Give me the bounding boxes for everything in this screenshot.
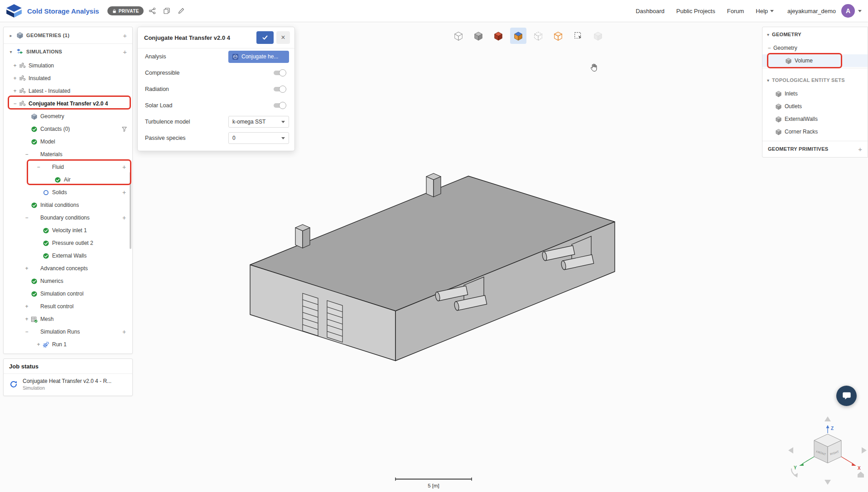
warehouse-model[interactable] xyxy=(250,176,615,361)
pan-right-arrow[interactable] xyxy=(862,447,867,454)
render-mode-translucent-button[interactable] xyxy=(450,28,467,44)
tree-item-numerics[interactable]: Numerics xyxy=(4,275,132,287)
avatar[interactable]: A xyxy=(841,4,855,18)
tree-item-simulation-control[interactable]: Simulation control xyxy=(4,287,132,300)
orientation-cube-front[interactable] xyxy=(814,440,828,463)
nav-forum[interactable]: Forum xyxy=(727,8,744,14)
add-button[interactable]: + xyxy=(121,163,128,171)
tree-item-advanced-concepts[interactable]: +Advanced concepts xyxy=(4,262,132,275)
nav-help[interactable]: Help xyxy=(756,8,774,14)
chevron-down-icon[interactable]: ▾ xyxy=(767,78,769,83)
tree-item-external-walls[interactable]: External Walls xyxy=(4,249,132,262)
render-mode-wireframe-button[interactable] xyxy=(530,28,546,44)
pan-left-arrow[interactable] xyxy=(788,447,793,454)
expander-plus-icon[interactable]: + xyxy=(23,316,31,322)
rename-button[interactable] xyxy=(176,5,187,16)
toggle-knob[interactable] xyxy=(279,102,286,109)
expander-minus-icon[interactable]: − xyxy=(34,164,43,170)
filter-icon[interactable] xyxy=(121,126,128,133)
box-select-button[interactable] xyxy=(570,28,586,44)
tree-item-run-1[interactable]: +Run 1 xyxy=(4,338,132,351)
hide-selection-button[interactable] xyxy=(590,28,606,44)
duplicate-button[interactable] xyxy=(162,5,173,16)
tree-item-simulation[interactable]: +Simulation xyxy=(4,59,132,72)
tree-item-volume[interactable]: Volume xyxy=(762,54,868,67)
expander-plus-icon[interactable]: + xyxy=(11,75,19,81)
tree-item-model[interactable]: Model xyxy=(4,135,132,148)
rotate-arrow[interactable] xyxy=(791,468,796,476)
tree-item-externalwalls[interactable]: ExternalWalls xyxy=(762,113,868,125)
geometry-section-header[interactable]: ▾ GEOMETRY xyxy=(762,27,868,42)
tree-item-air[interactable]: Air xyxy=(4,173,132,186)
radiation-toggle[interactable] xyxy=(274,87,285,91)
analysis-type-button[interactable]: Conjugate he... xyxy=(228,51,289,63)
orientation-cube-right[interactable] xyxy=(828,440,841,463)
home-view-button[interactable] xyxy=(858,472,864,478)
orientation-cube-top[interactable] xyxy=(814,434,841,447)
share-button[interactable] xyxy=(147,5,158,16)
orientation-cube[interactable] xyxy=(814,434,841,463)
solar-load-toggle[interactable] xyxy=(274,103,285,108)
passive-species-select[interactable]: 0 xyxy=(228,132,289,144)
tree-item-mesh[interactable]: +Mesh xyxy=(4,313,132,325)
topology-section-header[interactable]: ▾ TOPOLOGICAL ENTITY SETS xyxy=(762,73,868,87)
username[interactable]: ajeyakumar_demo xyxy=(787,8,836,14)
job-status-item[interactable]: Conjugate Heat Transfer v2.0 4 - R... Si… xyxy=(4,374,132,396)
pan-down-arrow[interactable] xyxy=(825,480,831,485)
geometries-section-header[interactable]: ▸ GEOMETRIES (1) + xyxy=(4,27,132,44)
roof-vent-2[interactable] xyxy=(426,173,441,197)
tree-item-conjugate-heat-transfer-v2-0-4[interactable]: −Conjugate Heat Transfer v2.0 4 xyxy=(4,97,132,110)
add-button[interactable]: + xyxy=(121,189,128,196)
toggle-knob[interactable] xyxy=(279,69,286,76)
add-geometry-button[interactable]: + xyxy=(123,32,127,39)
tree-item-fluid[interactable]: −Fluid+ xyxy=(4,161,132,173)
chevron-right-icon[interactable]: ▸ xyxy=(8,33,14,38)
orientation-widget[interactable]: FRONT RIGHT Z Y X xyxy=(788,416,867,485)
expander-minus-icon[interactable]: − xyxy=(23,215,31,221)
app-logo-icon[interactable] xyxy=(5,4,23,18)
expander-plus-icon[interactable]: + xyxy=(23,265,31,272)
chevron-down-icon[interactable]: ▾ xyxy=(8,49,14,54)
primitives-section-header[interactable]: GEOMETRY PRIMITIVES + xyxy=(762,141,868,157)
roof-vent-1[interactable] xyxy=(295,225,310,248)
render-mode-volumes-button[interactable] xyxy=(510,28,526,44)
tree-item-initial-conditions[interactable]: Initial conditions xyxy=(4,199,132,211)
add-button[interactable]: + xyxy=(121,328,128,335)
condenser-unit-2[interactable] xyxy=(542,236,594,270)
render-mode-surfaces-button[interactable] xyxy=(490,28,506,44)
expander-minus-icon[interactable]: − xyxy=(23,151,31,158)
tree-item-latest-insulated[interactable]: +Latest - Insulated xyxy=(4,85,132,97)
add-button[interactable]: + xyxy=(121,214,128,221)
nav-dashboard[interactable]: Dashboard xyxy=(636,8,665,14)
tree-item-inlets[interactable]: Inlets xyxy=(762,87,868,100)
expander-minus-icon[interactable]: − xyxy=(765,45,773,51)
expander-plus-icon[interactable]: + xyxy=(11,88,19,94)
warehouse-wall-right[interactable] xyxy=(395,222,615,361)
tree-item-geometry[interactable]: −Geometry xyxy=(762,42,868,54)
select-volume-button[interactable] xyxy=(550,28,566,44)
chat-launcher-button[interactable] xyxy=(836,386,857,406)
add-simulation-button[interactable]: + xyxy=(123,48,127,55)
rack-panel-1[interactable] xyxy=(303,293,318,336)
expander-plus-icon[interactable]: + xyxy=(34,341,43,348)
tree-item-materials[interactable]: −Materials xyxy=(4,148,132,161)
turbulence-model-select[interactable]: k-omega SST xyxy=(228,116,289,128)
toggle-knob[interactable] xyxy=(279,86,286,93)
tree-item-simulation-runs[interactable]: −Simulation Runs+ xyxy=(4,325,132,338)
expander-minus-icon[interactable]: − xyxy=(11,100,19,107)
tree-item-outlets[interactable]: Outlets xyxy=(762,100,868,113)
sidebar-scrollbar[interactable] xyxy=(130,172,131,249)
account-chevron-icon[interactable] xyxy=(858,10,862,12)
tree-item-boundary-conditions[interactable]: −Boundary conditions+ xyxy=(4,211,132,224)
expander-plus-icon[interactable]: + xyxy=(23,303,31,310)
close-button[interactable]: × xyxy=(276,31,290,44)
tree-item-solids[interactable]: Solids+ xyxy=(4,186,132,199)
tree-item-result-control[interactable]: +Result control xyxy=(4,300,132,313)
apply-button[interactable] xyxy=(256,31,274,44)
tree-item-geometry[interactable]: Geometry xyxy=(4,110,132,123)
tree-item-velocity-inlet-1[interactable]: Velocity inlet 1 xyxy=(4,224,132,237)
tree-item-insulated[interactable]: +Insulated xyxy=(4,72,132,85)
simulations-section-header[interactable]: ▾ SIMULATIONS + xyxy=(4,44,132,59)
expander-minus-icon[interactable]: − xyxy=(23,329,31,335)
condenser-unit-1[interactable] xyxy=(435,277,487,311)
